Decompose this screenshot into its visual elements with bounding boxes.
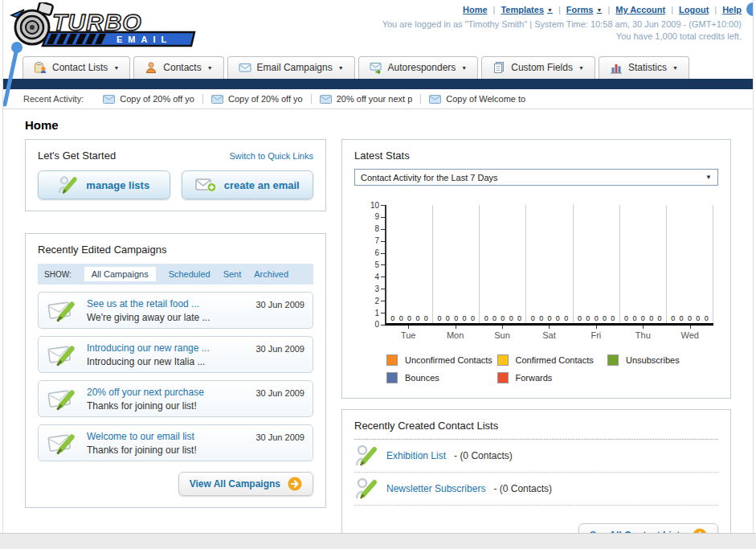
tab-custom-fields[interactable]: Custom Fields▼ bbox=[481, 56, 595, 79]
filter-sent[interactable]: Sent bbox=[223, 269, 242, 279]
chart-day-group: 00000 bbox=[667, 205, 713, 323]
campaign-title-link[interactable]: Introducing our new range ... bbox=[87, 342, 249, 354]
value-label-row: 00000 bbox=[433, 314, 479, 322]
y-tick-label: 2 bbox=[374, 301, 385, 301]
y-tick-label: 1 bbox=[374, 313, 385, 313]
bar-value-label: 0 bbox=[547, 314, 551, 322]
tab-statistics[interactable]: Statistics▼ bbox=[599, 56, 689, 79]
campaign-date: 30 Jun 2009 bbox=[255, 300, 304, 309]
tab-email-campaigns[interactable]: Email Campaigns▼ bbox=[227, 56, 355, 79]
email-icon bbox=[429, 95, 441, 104]
latest-stats-panel: Latest Stats Contact Activity for the La… bbox=[341, 139, 731, 399]
top-link-logout[interactable]: Logout bbox=[679, 5, 709, 14]
contact-list-row[interactable]: Exhibition List - (0 Contacts) bbox=[354, 440, 718, 473]
footer-band bbox=[0, 533, 756, 549]
campaign-filter-bar: SHOW: All Campaigns Scheduled Sent Archi… bbox=[38, 264, 313, 285]
person-pencil-icon bbox=[354, 445, 378, 467]
y-tick-label: 3 bbox=[374, 289, 385, 289]
blue-circle-decoration bbox=[746, 2, 754, 16]
bar-value-label: 0 bbox=[446, 314, 450, 322]
y-tick-label: 6 bbox=[374, 253, 385, 254]
contact-list-detail: - (0 Contacts) bbox=[454, 450, 513, 461]
header: TURBO EMAIL Home| Templates▼| Forms▼| My… bbox=[3, 0, 753, 51]
campaign-title-link[interactable]: See us at the retail food ... bbox=[87, 298, 249, 309]
tab-contacts[interactable]: Contacts▼ bbox=[133, 56, 223, 79]
filter-archived[interactable]: Archived bbox=[254, 269, 288, 279]
logo-text-bottom: EMAIL bbox=[116, 35, 172, 44]
bar-value-label: 0 bbox=[424, 314, 428, 322]
bar-value-label: 0 bbox=[471, 314, 475, 322]
top-link-home[interactable]: Home bbox=[463, 5, 488, 14]
contact-list-name-link[interactable]: Exhibition List bbox=[386, 450, 446, 461]
email-icon bbox=[320, 95, 332, 104]
latest-stats-title: Latest Stats bbox=[354, 150, 718, 162]
bar-value-label: 0 bbox=[539, 314, 543, 322]
dropdown-caret-icon: ▼ bbox=[113, 65, 119, 71]
envelope-pencil-icon bbox=[47, 297, 80, 323]
x-tick-label: Thu bbox=[619, 326, 666, 340]
value-label-row: 00000 bbox=[526, 314, 572, 322]
bar-value-label: 0 bbox=[463, 314, 467, 322]
campaign-row[interactable]: See us at the retail food ... We're givi… bbox=[38, 292, 313, 329]
bar-value-label: 0 bbox=[564, 314, 568, 322]
recent-activity-item[interactable]: 20% off your next p bbox=[312, 94, 422, 104]
show-label: SHOW: bbox=[44, 270, 72, 279]
dropdown-caret-icon: ▼ bbox=[461, 65, 467, 71]
legend-label: Unconfirmed Contacts bbox=[405, 355, 492, 365]
chart-y-axis: 109876543210 bbox=[367, 205, 385, 326]
bar-value-label: 0 bbox=[492, 314, 497, 322]
create-email-button[interactable]: create an email bbox=[182, 170, 314, 199]
contact-list-row[interactable]: Newsletter Subscribers - (0 Contacts) bbox=[354, 473, 718, 506]
login-info: You are logged in as "Timothy Smith" | S… bbox=[382, 18, 742, 43]
tab-contact-lists[interactable]: Contact Lists▼ bbox=[22, 56, 130, 79]
bar-value-label: 0 bbox=[649, 314, 653, 322]
email-campaigns-icon bbox=[239, 61, 251, 74]
recent-activity-item[interactable]: Copy of 20% off yo bbox=[203, 94, 312, 104]
stats-period-select[interactable]: Contact Activity for the Last 7 Days ▼ bbox=[354, 169, 718, 186]
top-link-my-account[interactable]: My Account bbox=[615, 5, 665, 14]
bar-value-label: 0 bbox=[688, 314, 692, 322]
bar-value-label: 0 bbox=[501, 314, 505, 322]
contact-lists-icon bbox=[34, 61, 47, 74]
filter-scheduled[interactable]: Scheduled bbox=[169, 269, 210, 279]
see-all-contact-lists-button[interactable]: See All Contact Lists bbox=[578, 523, 718, 533]
bar-value-label: 0 bbox=[484, 314, 488, 322]
x-tick-label: Sun bbox=[479, 326, 525, 340]
logo[interactable]: TURBO EMAIL bbox=[8, 2, 197, 47]
y-tick-label: 10 bbox=[370, 205, 385, 206]
recent-activity-item[interactable]: Copy of 20% off yo bbox=[95, 94, 203, 104]
autoresponders-icon bbox=[370, 61, 382, 74]
campaign-subtitle: Thanks for joining our list! bbox=[87, 445, 249, 456]
filter-all-campaigns[interactable]: All Campaigns bbox=[84, 267, 156, 281]
value-label-row: 00000 bbox=[620, 314, 666, 322]
x-tick-label: Sat bbox=[525, 326, 572, 340]
chart-day-group: 00000 bbox=[480, 205, 526, 323]
top-link-forms[interactable]: Forms▼ bbox=[566, 5, 603, 14]
contact-list-name-link[interactable]: Newsletter Subscribers bbox=[386, 483, 485, 494]
value-label-row: 00000 bbox=[386, 314, 432, 322]
top-link-help[interactable]: Help bbox=[722, 5, 742, 14]
campaign-date: 30 Jun 2009 bbox=[255, 432, 304, 442]
navy-divider-bar bbox=[3, 79, 753, 89]
page-frame: TURBO EMAIL Home| Templates▼| Forms▼| My… bbox=[2, 0, 754, 533]
campaign-title-link[interactable]: Welcome to our email list bbox=[87, 431, 249, 442]
tab-autoresponders[interactable]: Autoresponders▼ bbox=[358, 56, 479, 79]
manage-lists-button[interactable]: manage lists bbox=[38, 170, 170, 199]
get-started-title: Let's Get Started bbox=[38, 150, 116, 162]
chart-plot: 00000000000000000000000000000000000 bbox=[385, 205, 713, 326]
recent-campaigns-panel: Recently Edited Campaigns SHOW: All Camp… bbox=[25, 233, 326, 508]
campaign-subtitle: Introducing our new Italia ... bbox=[87, 356, 249, 367]
campaign-row[interactable]: Introducing our new range ... Introducin… bbox=[38, 336, 313, 373]
campaign-row[interactable]: 20% off your next purchase Thanks for jo… bbox=[38, 380, 313, 417]
top-link-templates[interactable]: Templates▼ bbox=[501, 5, 553, 14]
campaign-row[interactable]: Welcome to our email list Thanks for joi… bbox=[38, 424, 313, 461]
chart-legend: Unconfirmed ContactsConfirmed ContactsUn… bbox=[386, 354, 718, 383]
recent-contact-lists-panel: Recently Created Contact Lists Exhibitio… bbox=[341, 409, 731, 533]
view-all-campaigns-button[interactable]: View All Campaigns bbox=[178, 472, 313, 496]
campaign-title-link[interactable]: 20% off your next purchase bbox=[87, 387, 249, 398]
chart-day-group: 00000 bbox=[386, 205, 433, 323]
recent-activity-item[interactable]: Copy of Welcome to bbox=[421, 94, 533, 104]
switch-quick-links-link[interactable]: Switch to Quick Links bbox=[229, 151, 313, 161]
top-links: Home| Templates▼| Forms▼| My Account| Lo… bbox=[382, 5, 742, 14]
bar-value-label: 0 bbox=[705, 314, 709, 322]
